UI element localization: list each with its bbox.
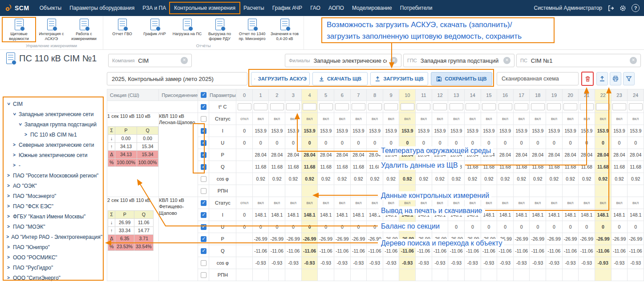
period-select[interactable]: 2025, Контрольный замер (лето 2025) <box>107 72 247 85</box>
toolbar-item-1-1[interactable]: График АЧР <box>138 18 171 36</box>
temp-input-h17[interactable] <box>514 103 528 110</box>
tree-item-2[interactable]: >Западная группа подстанций <box>5 119 102 129</box>
nav-item-0[interactable]: Объекты <box>36 3 66 13</box>
param-row-checkbox[interactable] <box>201 176 207 182</box>
param-row-checkbox[interactable] <box>201 128 207 134</box>
temp-input-h10[interactable] <box>401 103 414 110</box>
filter-branches[interactable]: ФилиалыЗападные электрические сети× <box>285 54 401 67</box>
temp-input-h3[interactable] <box>286 103 300 110</box>
filter-substation[interactable]: ПСCIM №1× <box>516 54 641 67</box>
tree-item-6[interactable]: >- <box>5 160 102 170</box>
load-askue-button[interactable]: ЗАГРУЗИТЬ АСКУЭ <box>251 72 310 85</box>
temp-input-h2[interactable] <box>270 103 284 110</box>
temp-input-h18[interactable] <box>531 103 545 110</box>
tree-item-0[interactable]: >CIM <box>5 99 102 109</box>
clear-icon[interactable]: × <box>503 57 510 64</box>
settings-gear-icon[interactable] <box>620 5 626 12</box>
tree-item-16[interactable]: >ПАО "РусГидро" <box>5 262 102 273</box>
temp-input-h11[interactable] <box>417 103 430 110</box>
save-schv-button[interactable]: СОХРАНИТЬ ЩВ <box>431 72 492 85</box>
param-row-checkbox[interactable] <box>201 116 207 122</box>
clear-icon[interactable]: × <box>630 57 637 64</box>
nav-item-8[interactable]: Моделирование <box>348 3 396 13</box>
clear-icon[interactable]: × <box>181 57 188 64</box>
temp-input-h14[interactable] <box>466 103 479 110</box>
param-row-checkbox[interactable] <box>201 140 207 146</box>
temp-input-h22[interactable] <box>596 103 610 110</box>
temp-input-h4[interactable] <box>303 103 316 110</box>
scheme-select[interactable]: Сканированная схема <box>497 72 579 85</box>
help-icon[interactable]: ? <box>632 4 640 12</box>
param-row-checkbox[interactable] <box>201 272 207 278</box>
nav-item-1[interactable]: Параметры оборудования <box>65 3 138 13</box>
download-schv-button[interactable]: СКАЧАТЬ ЩВ <box>312 72 368 85</box>
temp-row-checkbox[interactable] <box>201 104 207 110</box>
toolbar-item-0-0[interactable]: Щитовые ведомости <box>3 18 35 41</box>
app-logo[interactable]: SCM <box>4 4 29 12</box>
param-row-checkbox[interactable] <box>201 212 207 218</box>
temp-input-h20[interactable] <box>563 103 577 110</box>
nav-item-9[interactable]: Потребители <box>396 3 437 13</box>
tree-item-5[interactable]: >Южные электрические сети <box>5 150 102 160</box>
temp-input-h1[interactable] <box>254 103 267 110</box>
logout-icon[interactable] <box>608 5 614 12</box>
upload-file-button[interactable] <box>596 72 608 85</box>
nav-item-5[interactable]: График АЧР <box>268 3 306 13</box>
param-row-checkbox[interactable] <box>201 248 207 254</box>
param-row-checkbox[interactable] <box>201 200 207 206</box>
load-schv-button[interactable]: ЗАГРУЗИТЬ ЩВ <box>370 72 428 85</box>
temp-input-h19[interactable] <box>547 103 561 110</box>
temp-input-h5[interactable] <box>319 103 333 110</box>
tree-item-8[interactable]: >АО "ОЭК" <box>5 181 102 191</box>
toolbar-item-0-2[interactable]: Работа с измерениями <box>68 18 100 41</box>
temp-input-h7[interactable] <box>352 103 365 110</box>
nav-item-4[interactable]: Расчеты <box>239 3 268 13</box>
param-row-checkbox[interactable] <box>201 164 207 170</box>
temp-input-h23[interactable] <box>612 103 626 110</box>
toolbar-item-1-4[interactable]: Отчет по 1340 пр. Минэнерго <box>236 18 268 41</box>
tree-item-12[interactable]: >ПАО "МОЭК" <box>5 222 102 232</box>
nav-item-7[interactable]: АОПО <box>324 3 348 13</box>
temp-input-h12[interactable] <box>433 103 447 110</box>
temp-input-h21[interactable] <box>580 103 594 110</box>
filter-company[interactable]: КомпанияCIM× <box>108 54 192 67</box>
tree-item-17[interactable]: >ООО "СитиЭнерго" <box>5 273 102 283</box>
temp-input-h24[interactable] <box>629 103 643 110</box>
tree-item-15[interactable]: >ООО "РОСМИКС" <box>5 252 102 262</box>
nav-item-2[interactable]: РЗА и ПА <box>138 3 170 13</box>
print-button[interactable] <box>610 72 621 85</box>
temp-input-h0[interactable] <box>238 103 251 110</box>
temp-input-h13[interactable] <box>450 103 463 110</box>
tree-item-3[interactable]: >ПС 110 кВ CIM №1 <box>5 129 102 140</box>
temp-input-h15[interactable] <box>482 103 496 110</box>
param-row-checkbox[interactable] <box>201 152 207 158</box>
toolbar-item-1-3[interactable]: Выгрузка по форме РДУ <box>203 18 236 41</box>
temp-input-h6[interactable] <box>335 103 349 110</box>
clear-icon[interactable]: × <box>390 57 397 64</box>
param-row-checkbox[interactable] <box>201 260 207 266</box>
toolbar-item-1-0[interactable]: Отчет ГВО <box>106 18 138 36</box>
tree-item-4[interactable]: >Северные электрические сети <box>5 140 102 150</box>
filter-substation-group[interactable]: ГПСЗападная группа подстанций× <box>403 54 514 67</box>
temp-input-h8[interactable] <box>368 103 382 110</box>
tree-item-10[interactable]: >ПАО "ФСК ЕЭС" <box>5 201 102 211</box>
temp-input-h16[interactable] <box>498 103 512 110</box>
toolbar-item-1-5[interactable]: Значения к-тов 0,4-20 кВ <box>268 18 301 41</box>
param-row-checkbox[interactable] <box>201 224 207 230</box>
toolbar-item-0-1[interactable]: Интеграция с АСКУЭ <box>35 18 68 41</box>
temp-input-h9[interactable] <box>384 103 398 110</box>
select-all-checkbox[interactable] <box>201 92 207 98</box>
toolbar-item-1-2[interactable]: Нагрузка на ПС <box>171 18 203 36</box>
tree-item-7[interactable]: >ПАО "Россети Московский регион" <box>5 170 102 181</box>
filter-button[interactable] <box>623 72 635 85</box>
param-row-checkbox[interactable] <box>201 188 207 194</box>
delete-schv-button[interactable] <box>581 72 594 86</box>
param-row-checkbox[interactable] <box>201 236 207 242</box>
tree-item-1[interactable]: >Западные электрические сети <box>5 109 102 119</box>
nav-item-6[interactable]: ГАО <box>306 3 324 13</box>
nav-item-3[interactable]: Контрольные измерения <box>170 3 239 13</box>
tree-item-11[interactable]: >ФГБУ "Канал Имени Москвы" <box>5 211 102 222</box>
tree-item-14[interactable]: >ПАО "Юнипро" <box>5 242 102 252</box>
tree-item-9[interactable]: >ПАО "Мосэнерго" <box>5 191 102 201</box>
tree-item-13[interactable]: >АО "Интер РАО - Электрогенерация" <box>5 232 102 242</box>
